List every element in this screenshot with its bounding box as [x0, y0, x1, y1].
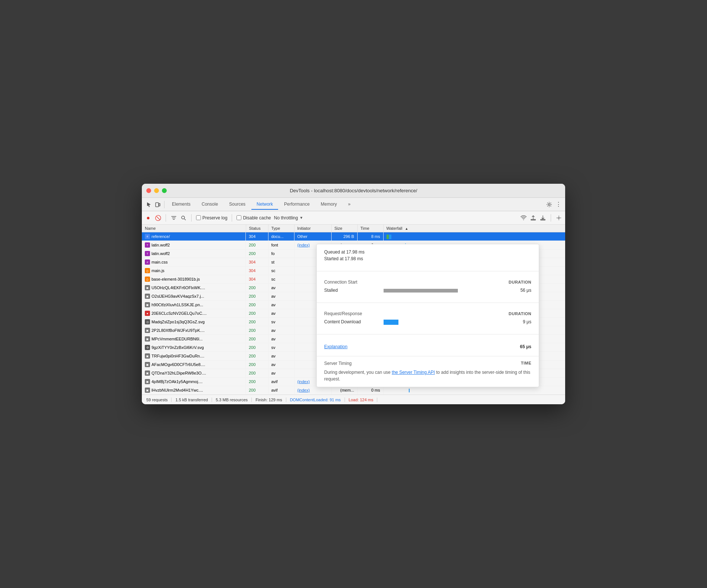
row-name: latin.woff2: [152, 243, 170, 247]
filter-icon-button[interactable]: [170, 215, 177, 221]
tab-network[interactable]: Network: [251, 199, 278, 210]
row-name: reference/: [152, 234, 170, 239]
svg-line-4: [185, 219, 186, 220]
stalled-row: Stalled 56 μs: [324, 288, 531, 293]
tab-console[interactable]: Console: [196, 199, 223, 210]
tab-more[interactable]: »: [343, 199, 356, 210]
tab-memory[interactable]: Memory: [316, 199, 342, 210]
toolbar-separator: [164, 201, 164, 208]
upload-button[interactable]: [530, 215, 537, 221]
titlebar: DevTools - localhost:8080/docs/devtools/…: [142, 184, 565, 198]
col-header-size[interactable]: Size: [331, 225, 357, 232]
preserve-log-label[interactable]: Preserve log: [196, 215, 227, 220]
cell-type: st: [268, 258, 294, 267]
svg-point-2: [548, 203, 550, 205]
settings-filter-button[interactable]: [556, 215, 562, 221]
cell-type: av: [268, 369, 294, 378]
row-icon: ◎: [145, 319, 150, 324]
initiator-link[interactable]: (index): [297, 243, 310, 247]
tab-performance[interactable]: Performance: [279, 199, 315, 210]
cell-status: 200: [246, 284, 268, 292]
explanation-link[interactable]: Explanation: [324, 344, 348, 349]
sort-arrow-icon: ▲: [405, 227, 408, 231]
wifi-button[interactable]: [520, 215, 527, 221]
stalled-bar: [384, 289, 458, 293]
row-icon: ⚙: [145, 345, 150, 350]
cell-name: ≡reference/: [142, 232, 246, 241]
cell-name: Tlatin.woff2: [142, 249, 246, 258]
col-header-time[interactable]: Time: [357, 225, 383, 232]
device-toggle-button[interactable]: [154, 200, 162, 209]
col-header-type[interactable]: Type: [268, 225, 294, 232]
stop-button[interactable]: 🚫: [154, 215, 161, 221]
upload-icon: [531, 215, 536, 220]
filter-separator-1: [166, 214, 166, 222]
throttle-selector[interactable]: No throttling ▼: [274, 215, 303, 220]
tab-sources[interactable]: Sources: [224, 199, 251, 210]
inspect-tool-button[interactable]: [145, 200, 153, 209]
download-bar: [384, 320, 398, 325]
col-header-waterfall[interactable]: Waterfall ▲: [383, 225, 565, 232]
disable-cache-label[interactable]: Disable cache: [237, 215, 271, 220]
cell-size: 296 B: [331, 232, 357, 241]
queued-at-row: Queued at 17.98 ms: [324, 249, 531, 255]
tab-elements[interactable]: Elements: [167, 199, 196, 210]
col-header-status[interactable]: Status: [246, 225, 268, 232]
row-icon: ▣: [145, 285, 150, 290]
row-name: h90CtfziXluvh1LSSKJE.pn...: [152, 303, 203, 307]
status-bar: 59 requests 1.5 kB transferred 5.3 MB re…: [142, 395, 565, 404]
row-name: O2slJEHG9avKV4aqzSx7.j...: [152, 294, 204, 298]
svg-point-5: [558, 217, 560, 219]
server-timing-description: During development, you can use the Serv…: [324, 369, 531, 382]
cell-name: ▣2P2L80XfBoFWJFxU9TpK....: [142, 326, 246, 334]
started-at-row: Started at 17.98 ms: [324, 256, 531, 261]
cell-status: 304: [246, 232, 268, 241]
record-button[interactable]: ●: [145, 215, 152, 221]
search-icon: [181, 215, 186, 220]
settings-button[interactable]: [545, 200, 553, 209]
preserve-log-checkbox[interactable]: [196, 215, 201, 220]
initiator-link[interactable]: (index): [297, 388, 310, 392]
row-name: TRFujw0pi0nHF3GwDuRn....: [152, 354, 204, 358]
minimize-button[interactable]: [154, 188, 159, 193]
server-timing-api-link[interactable]: the Server Timing API: [392, 370, 435, 375]
waterfall-bar-blue: [389, 235, 391, 239]
maximize-button[interactable]: [162, 188, 167, 193]
disable-cache-checkbox[interactable]: [237, 215, 241, 220]
row-icon: {}: [145, 277, 150, 282]
row-name: main.css: [152, 260, 167, 264]
load-time: Load: 124 ms: [345, 398, 378, 402]
cell-type: av: [268, 360, 294, 369]
svg-rect-1: [159, 203, 160, 206]
row-name: base-element-3018901b.js: [152, 277, 200, 281]
cell-type: avif: [268, 378, 294, 386]
cell-status: 200: [246, 241, 268, 249]
more-options-button[interactable]: ⋮: [554, 200, 562, 209]
cell-name: {}base-element-3018901b.js: [142, 275, 246, 283]
cell-name: ▣TRFujw0pi0nHF3GwDuRn....: [142, 352, 246, 360]
cell-status: 200: [246, 343, 268, 352]
close-button[interactable]: [146, 188, 151, 193]
col-header-name[interactable]: Name: [142, 225, 246, 232]
server-timing-section: Server Timing TIME During development, y…: [317, 356, 539, 387]
initiator-link[interactable]: (index): [297, 379, 310, 384]
cell-type: av: [268, 301, 294, 309]
row-name: 2P2L80XfBoFWJFxU9TpK....: [152, 328, 205, 333]
row-name: 9gzXiTYY0nZzBxGl6KrV.svg: [152, 345, 204, 350]
search-button[interactable]: [180, 215, 187, 221]
devtools-window: DevTools - localhost:8080/docs/devtools/…: [142, 184, 565, 404]
download-button[interactable]: [540, 215, 546, 221]
cell-name: #main.css: [142, 258, 246, 266]
row-icon: ▣: [145, 353, 150, 359]
gear-small-icon: [556, 215, 561, 220]
row-name: U5OHzQL4tEKFr6OFlxWK....: [152, 285, 205, 290]
table-row[interactable]: ≡reference/ 304 docu... Other 296 B 8 ms: [142, 232, 565, 241]
row-icon: ▣: [145, 336, 150, 342]
cell-status: 200: [246, 309, 268, 318]
row-name: AFacMOgv6D0CFTr6U5e8....: [152, 362, 205, 367]
cell-status: 200: [246, 360, 268, 369]
col-header-initiator[interactable]: Initiator: [294, 225, 331, 232]
row-name: lHvzbNUlrm2Mvd4H1Ywc....: [152, 388, 203, 392]
row-icon: ▣: [145, 370, 150, 376]
cell-name: ▣MPcVmmemtEEDURBN6l...: [142, 335, 246, 343]
